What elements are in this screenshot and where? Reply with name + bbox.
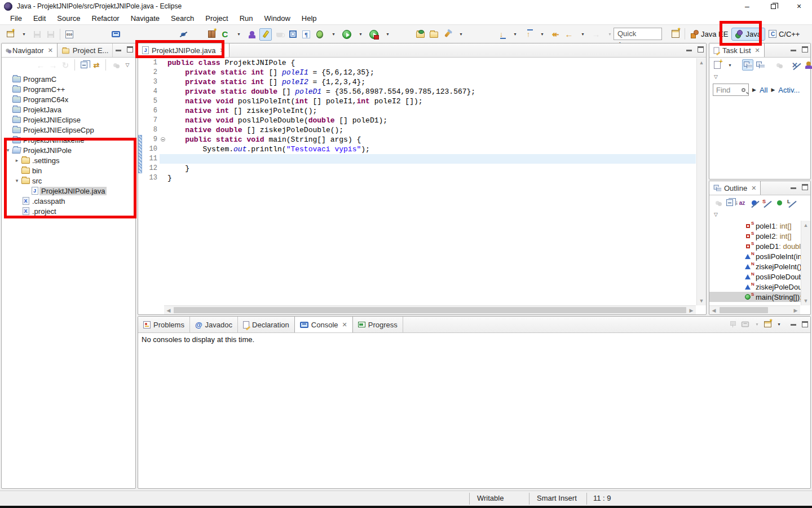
scheduled-view-button[interactable] [754,59,766,71]
close-window-button[interactable]: × [786,0,812,12]
tree-item--project[interactable]: X.project [2,206,135,216]
menu-navigate[interactable]: Navigate [125,13,165,24]
scroll-down-icon[interactable]: ▼ [697,296,706,305]
open-type-button[interactable] [414,28,426,41]
new-task-button[interactable] [712,59,723,71]
close-task-list-tab-icon[interactable]: ✕ [755,47,760,54]
outline-horizontal-scrollbar[interactable]: ◀ ▶ [709,305,800,314]
tree-chevron-icon[interactable]: ▸ [13,157,21,163]
tree-chevron-icon[interactable]: ▾ [13,178,21,183]
external-tools-button[interactable] [368,28,380,41]
hide-completed-button[interactable]: ✕ [791,59,802,71]
perspective-java[interactable]: Java [731,28,765,41]
minimize-console-icon[interactable] [791,324,796,327]
restore-window-button[interactable] [760,0,786,12]
scroll-right-icon[interactable]: ▶ [687,306,696,315]
collapse-all-button[interactable] [78,59,90,71]
next-annotation-dropdown[interactable]: ▾ [509,28,521,41]
scroll-left-icon[interactable]: ◀ [164,306,173,315]
hide-fields-button[interactable] [749,197,760,208]
tab-problems[interactable]: Problems [138,317,190,332]
tl-focus-button[interactable] [773,59,784,71]
filter-activated-link[interactable]: Activ... [778,86,800,94]
build-button[interactable] [273,28,285,41]
ol-focus-button[interactable] [712,197,723,208]
code-line-11[interactable]: 11 [138,154,696,164]
view-menu-button[interactable]: ▽ [122,59,133,71]
outline-item-poled1[interactable]: SpoleD1 : double [709,241,801,251]
outline-item-poslipoleint-int[interactable]: NposliPoleInt(int [709,251,801,261]
run-dropdown[interactable]: ▾ [354,28,367,41]
tree-item--settings[interactable]: ▸.settings [2,155,135,165]
binary-file-button[interactable]: 010 [63,28,76,41]
tab-declaration[interactable]: Declaration [238,317,295,332]
code-line-1[interactable]: 1public class ProjektJNIPole { [138,58,696,68]
tree-item-projektjnieclipsecpp[interactable]: ProjektJNIEclipseCpp [2,125,135,135]
tree-item-programc-[interactable]: ProgramC++ [2,84,135,94]
perspective-cpp[interactable]: C/C++ [765,28,804,40]
ol-scroll-down-icon[interactable]: ▼ [801,296,810,305]
code-line-7[interactable]: 7 native void posliPoleDouble(double [] … [138,116,696,125]
save-all-button[interactable] [45,28,57,41]
outline-item-polei2[interactable]: SpoleI2 : int[] [709,231,801,241]
activated-expander-icon[interactable]: ▶ [771,87,775,93]
run-button[interactable] [341,28,353,41]
outline-filter-chevron-icon[interactable]: ▽ [714,212,718,217]
h-scroll-thumb[interactable] [174,307,686,313]
code-line-9[interactable]: 9 public static void main(String[] args)… [138,135,696,144]
link-editor-button[interactable]: ⇄ [91,59,102,71]
close-outline-tab-icon[interactable]: ✕ [751,185,756,192]
fold-collapse-icon[interactable] [161,137,165,142]
tree-item-src[interactable]: ▾src [2,176,135,186]
tree-item-projektjava[interactable]: ProjektJava [2,104,135,115]
maximize-editor-icon[interactable] [698,46,704,52]
forward-button[interactable]: → [590,28,602,41]
tree-item-programc[interactable]: ProgramC [2,74,135,84]
outline-item-ziskejpoleint-[interactable]: NziskejPoleInt() : [709,261,801,271]
outline-vertical-scrollbar[interactable]: ▲ ▼ [801,221,810,305]
external-tools-dropdown[interactable]: ▾ [381,28,394,41]
maximize-view-icon[interactable] [127,46,133,52]
focus-on-workweek-button[interactable] [803,59,812,71]
all-expander-icon[interactable]: ▶ [752,87,756,93]
open-resource-button[interactable] [427,28,440,41]
tree-item-bin[interactable]: bin [2,165,135,176]
outline-item-polei1[interactable]: SpoleI1 : int[] [709,221,801,231]
menu-window[interactable]: Window [259,13,296,24]
tree-item-projektjnipole-java[interactable]: JProjektJNIPole.java [2,186,135,196]
minimize-editor-icon[interactable] [686,50,692,52]
sort-button[interactable]: az [736,197,748,208]
nav-back-button[interactable]: ← [35,59,46,71]
tab-project-explorer[interactable]: Project E... [58,43,113,57]
ol-scroll-left-icon[interactable]: ◀ [709,306,718,315]
tree-item-projektjnipole[interactable]: ▾ProjektJNIPole [2,145,135,155]
new-wizard-button[interactable] [4,28,16,41]
tree-item-projektjnieclipse[interactable]: ProjektJNIEclipse [2,115,135,125]
profile-button[interactable] [246,28,258,41]
close-editor-tab-icon[interactable]: ✕ [219,47,224,54]
maximize-task-list-icon[interactable] [802,46,808,52]
previous-annotation-dropdown[interactable]: ▾ [536,28,548,41]
code-line-13[interactable]: 13} [138,173,696,183]
open-console-icon[interactable] [764,321,771,327]
nav-up-button[interactable]: ↻ [60,59,71,71]
menu-project[interactable]: Project [200,13,233,24]
ol-scroll-up-icon[interactable]: ▲ [801,221,810,230]
display-console-icon[interactable] [742,321,749,327]
outline-item-main-string-[interactable]: Smain(String[]) : [709,292,801,302]
filter-all-link[interactable]: All [760,86,767,94]
menu-edit[interactable]: Edit [28,13,51,24]
next-annotation-button[interactable]: ↓ [495,28,508,41]
code-line-4[interactable]: 4 private static double [] poleD1 = {35.… [138,87,696,97]
quick-access-input[interactable]: Quick Access [614,28,662,40]
tab-navigator[interactable]: Navigator ✕ [2,43,58,57]
hide-static-button[interactable]: S [761,197,773,208]
update-project-dropdown[interactable]: ▾ [232,28,245,41]
nav-forward-button[interactable]: → [47,59,59,71]
ol-collapse-all-button[interactable] [724,197,735,208]
open-console-dropdown[interactable]: ▾ [776,322,782,327]
menu-source[interactable]: Source [51,13,86,24]
previous-annotation-button[interactable]: ↑ [522,28,535,41]
hide-local-types-button[interactable]: L [786,197,797,208]
back-button[interactable]: ← [563,28,575,41]
